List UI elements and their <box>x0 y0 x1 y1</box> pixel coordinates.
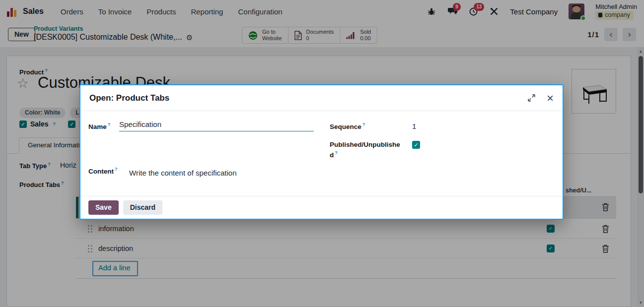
odoo-app: Sales Orders To Invoice Products Reporti… <box>0 0 644 307</box>
content-value[interactable]: Write the content of specification <box>129 169 237 177</box>
close-icon[interactable]: × <box>547 92 554 104</box>
sequence-value[interactable]: 1 <box>412 122 416 130</box>
published-field-label: Published/Unpublished? <box>330 140 405 160</box>
dialog-footer: Save Discard <box>80 196 563 219</box>
dialog-title: Open: Product Tabs <box>89 93 169 103</box>
dialog-header: Open: Product Tabs × <box>80 85 563 111</box>
product-tabs-dialog: Open: Product Tabs × Name? Sequence? 1 P… <box>79 84 564 220</box>
save-button[interactable]: Save <box>88 200 119 215</box>
help-marker: ? <box>335 150 338 155</box>
published-checkbox[interactable]: ✓ <box>412 141 420 149</box>
discard-button[interactable]: Discard <box>123 200 162 215</box>
sequence-field-label: Sequence? <box>330 122 365 130</box>
name-input[interactable] <box>119 119 314 131</box>
content-field-label: Content? <box>88 167 118 175</box>
help-marker: ? <box>362 122 365 127</box>
dialog-body: Name? Sequence? 1 Published/Unpublished?… <box>80 111 563 196</box>
name-field-label: Name? <box>88 122 110 130</box>
expand-icon[interactable] <box>527 94 536 102</box>
help-marker: ? <box>108 122 111 127</box>
help-marker: ? <box>115 167 118 172</box>
